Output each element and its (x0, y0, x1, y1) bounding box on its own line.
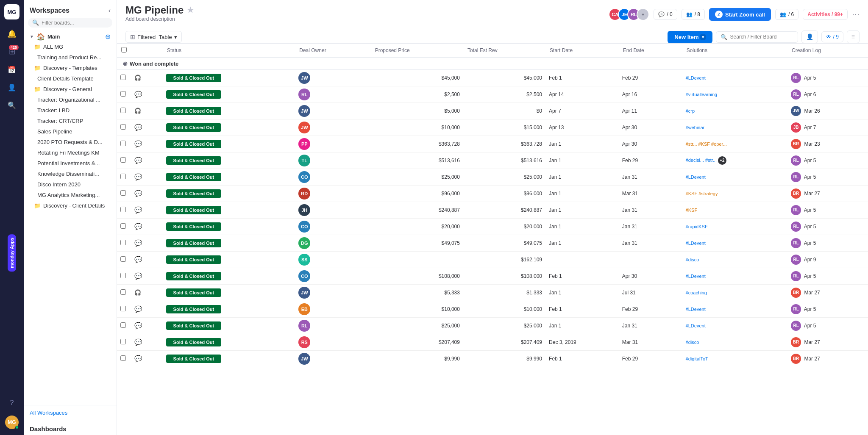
row-checkbox[interactable] (120, 339, 126, 344)
comment-icon[interactable]: 💬 (134, 272, 142, 280)
row-checkbox[interactable] (120, 256, 126, 262)
deal-owner-avatar[interactable]: JW (298, 105, 310, 117)
new-item-dropdown-icon[interactable]: ▾ (700, 34, 706, 40)
status-badge[interactable]: Sold & Closed Out (166, 255, 221, 264)
sidebar-item-pto[interactable]: 2020 PTO Requests & D... (25, 137, 115, 147)
status-badge[interactable]: Sold & Closed Out (166, 74, 221, 82)
deal-owner-avatar[interactable]: JH (298, 204, 310, 216)
comment-icon[interactable]: 💬 (134, 140, 142, 147)
nav-help[interactable]: ? (4, 395, 19, 410)
comment-icon[interactable]: 💬 (134, 239, 142, 247)
status-badge[interactable]: Sold & Closed Out (166, 140, 221, 148)
row-checkbox[interactable] (120, 190, 126, 196)
sidebar-item-tracker-crt[interactable]: Tracker: CRT/CRP (25, 116, 115, 126)
sidebar-item-training[interactable]: Training and Product Re... (25, 52, 115, 63)
comment-icon[interactable]: 💬 (134, 305, 142, 313)
collapse-sidebar-button[interactable]: ‹ (108, 7, 111, 14)
solution-tag[interactable]: #str... (686, 141, 697, 147)
deal-owner-avatar[interactable]: CO (298, 171, 310, 183)
solution-tag[interactable]: #LDevent (686, 175, 706, 180)
solution-tag[interactable]: #LDevent (686, 323, 706, 328)
nav-search[interactable]: 🔍 (4, 97, 19, 113)
solution-tag[interactable]: #webinar (686, 125, 705, 130)
sidebar-item-tracker-lbd[interactable]: Tracker: LBD (25, 105, 115, 116)
solution-tag[interactable]: #str... (705, 158, 717, 163)
deal-owner-avatar[interactable]: RS (298, 336, 310, 348)
solution-tag[interactable]: #LDevent (686, 307, 706, 312)
deal-owner-avatar[interactable]: RL (298, 89, 310, 100)
status-badge[interactable]: Sold & Closed Out (166, 206, 221, 214)
col-end-date[interactable]: End Date (619, 44, 682, 58)
nav-calendar[interactable]: 📅 (4, 62, 19, 77)
status-badge[interactable]: Sold & Closed Out (166, 355, 221, 363)
status-badge[interactable]: Sold & Closed Out (166, 189, 221, 198)
new-item-button[interactable]: New Item ▾ (668, 31, 712, 43)
solution-tag[interactable]: #KSF (698, 141, 710, 147)
group-arrow[interactable]: ▼ (30, 34, 34, 39)
deal-owner-avatar[interactable]: SS (298, 254, 310, 266)
solution-tag[interactable]: #coaching (686, 290, 707, 295)
row-checkbox[interactable] (120, 223, 126, 229)
people-button[interactable]: 👥 / 6 (775, 9, 798, 20)
nav-people[interactable]: 👤 (4, 80, 19, 95)
status-badge[interactable]: Sold & Closed Out (166, 107, 221, 115)
comment-icon[interactable]: 💬 (134, 91, 142, 98)
comment-icon[interactable]: 💬 (134, 124, 142, 131)
solution-tag[interactable]: #decisi... (686, 158, 704, 163)
row-checkbox[interactable] (120, 141, 126, 146)
app-logo[interactable]: MG (4, 4, 19, 19)
solution-tag[interactable]: #crp (686, 108, 695, 114)
updates-button[interactable]: 👥 / 8 (682, 9, 705, 20)
nav-notifications[interactable]: 🔔 (4, 26, 19, 42)
row-checkbox[interactable] (120, 289, 126, 295)
solution-tag[interactable]: #KSF (686, 191, 698, 196)
solution-tag[interactable]: #LDevent (686, 274, 706, 279)
row-checkbox[interactable] (120, 355, 126, 361)
deal-owner-avatar[interactable]: CO (298, 221, 310, 233)
row-checkbox[interactable] (120, 207, 126, 212)
row-checkbox[interactable] (120, 157, 126, 163)
solution-tag[interactable]: #disco (686, 340, 699, 345)
deal-owner-avatar[interactable]: RD (298, 188, 310, 199)
solution-tag[interactable]: #LDevent (686, 241, 706, 246)
comment-icon[interactable]: 💬 (134, 206, 142, 213)
status-badge[interactable]: Sold & Closed Out (166, 222, 221, 231)
deal-owner-avatar[interactable]: EB (298, 303, 310, 315)
deal-owner-avatar[interactable]: CO (298, 270, 310, 282)
solution-tag[interactable]: #LDevent (686, 75, 706, 80)
comment-icon[interactable]: 💬 (134, 190, 142, 197)
status-badge[interactable]: Sold & Closed Out (166, 305, 221, 313)
filter-boards-input[interactable] (42, 20, 108, 26)
status-badge[interactable]: Sold & Closed Out (166, 288, 221, 297)
deal-owner-avatar[interactable]: JW (298, 287, 310, 299)
status-badge[interactable]: Sold & Closed Out (166, 272, 221, 280)
comments-button[interactable]: 💬 / 0 (654, 9, 677, 20)
status-badge[interactable]: Sold & Closed Out (166, 156, 221, 165)
sidebar-item-sales-pipeline[interactable]: Sales Pipeline (25, 126, 115, 137)
comment-icon[interactable]: 💬 (134, 256, 142, 263)
comment-icon[interactable]: 💬 (134, 322, 142, 329)
deal-owner-avatar[interactable]: JW (298, 122, 310, 133)
status-badge[interactable]: Sold & Closed Out (166, 338, 221, 346)
dashboards-section[interactable]: Dashboards (24, 420, 117, 435)
sidebar-item-potential[interactable]: Potential Investments &... (25, 158, 115, 169)
solution-tag[interactable]: #strategy (698, 191, 718, 196)
deal-owner-avatar[interactable]: TL (298, 155, 310, 166)
board-subtitle[interactable]: Add board description (125, 16, 194, 25)
deal-owner-avatar[interactable]: RL (298, 320, 310, 332)
sidebar-item-knowledge[interactable]: Knowledge Disseminati... (25, 169, 115, 179)
sidebar-item-tracker-org[interactable]: Tracker: Organizational ... (25, 94, 115, 105)
row-checkbox[interactable] (120, 174, 126, 179)
status-badge[interactable]: Sold & Closed Out (166, 123, 221, 132)
sidebar-item-client-details[interactable]: Client Details Template (25, 73, 115, 84)
solution-tag[interactable]: #KSF (686, 208, 698, 213)
comment-icon[interactable]: 💬 (134, 338, 142, 346)
sidebar-item-rotating[interactable]: Rotating Fri Meetings KM (25, 147, 115, 158)
solution-tag[interactable]: #disco (686, 257, 699, 262)
sidebar-item-mg-analytics[interactable]: MG Analytics Marketing... (25, 190, 115, 200)
status-badge[interactable]: Sold & Closed Out (166, 173, 221, 181)
row-checkbox[interactable] (120, 306, 126, 311)
row-checkbox[interactable] (120, 75, 126, 80)
comment-icon[interactable]: 💬 (134, 223, 142, 230)
favorite-star-icon[interactable]: ★ (187, 6, 194, 15)
